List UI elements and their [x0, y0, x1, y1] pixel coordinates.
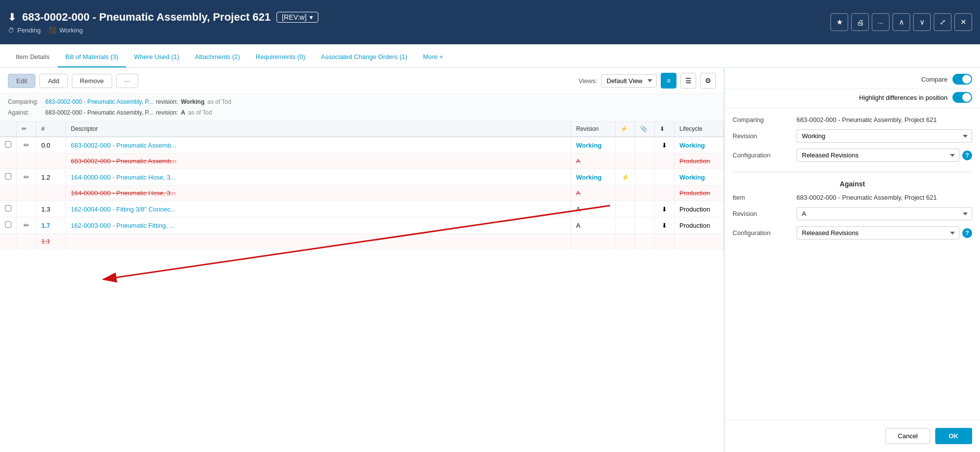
against-as-of: as of Tod	[188, 108, 212, 119]
tab-change-orders[interactable]: Associated Change Orders (1)	[313, 47, 415, 67]
status-working: ⬛ Working	[49, 27, 83, 34]
edit-icon[interactable]: ✏	[24, 221, 30, 229]
add-button[interactable]: Add	[39, 74, 67, 88]
row-icon3: ⬇	[655, 217, 674, 234]
row-checkbox[interactable]	[5, 205, 11, 211]
row-descriptor: 683-0002-000 - Pneumatic Assemb...	[66, 137, 571, 153]
table-row: ✏1.2164-0000-000 - Pneumatic Hose, 3...W…	[0, 169, 724, 185]
row-icon3	[655, 185, 674, 201]
tab-item-details[interactable]: Item Details	[8, 47, 58, 67]
row-revision: A	[571, 185, 615, 201]
against-config-label: Configuration	[733, 229, 792, 237]
tab-more[interactable]: More +	[415, 47, 451, 67]
col-checkbox	[0, 121, 17, 137]
row-num	[36, 185, 66, 201]
highlight-toggle[interactable]	[952, 92, 972, 103]
print-button[interactable]: 🖨	[851, 13, 869, 31]
star-button[interactable]: ★	[830, 13, 848, 31]
edit-icon[interactable]: ✏	[24, 173, 30, 181]
comparing-config-select[interactable]: Released Revisions Working Latest Releas…	[796, 149, 959, 162]
row-icon1	[615, 201, 635, 217]
comparing-item-value: 683-0002-000 - Pneumatic Assembly, Proje…	[796, 116, 972, 123]
main-content: Edit Add Remove ··· Views: Default View …	[0, 68, 980, 452]
comparing-config-info-icon[interactable]: ?	[962, 151, 972, 160]
row-lifecycle: Production	[674, 185, 724, 201]
close-button[interactable]: ✕	[954, 13, 972, 31]
table-row: 1.1	[0, 234, 724, 249]
against-config-row: Configuration Released Revisions Working…	[733, 226, 972, 240]
row-num: 1.3	[36, 201, 66, 217]
row-icon3	[655, 169, 674, 185]
row-checkbox[interactable]	[5, 221, 11, 228]
views-select[interactable]: Default View	[601, 74, 657, 88]
against-revision-label: revision:	[156, 108, 178, 119]
views-label: Views:	[579, 77, 597, 85]
comparing-link[interactable]: 683-0002-000 - Pneumatic Assembly, P...	[45, 97, 153, 108]
row-lifecycle: Working	[674, 169, 724, 185]
row-revision	[571, 234, 615, 249]
table-row: ✏1.7162-0003-000 - Pneumatic Fitting, ..…	[0, 217, 724, 234]
header: ⬇ 683-0002-000 - Pneumatic Assembly, Pro…	[0, 0, 980, 44]
toolbar-more-button[interactable]: ···	[116, 74, 138, 88]
compare-toggle-label: Compare	[921, 76, 948, 83]
against-config-select[interactable]: Released Revisions Working Latest Releas…	[796, 226, 959, 240]
row-icon3: ⬇	[655, 201, 674, 217]
comparing-config-wrap: Released Revisions Working Latest Releas…	[796, 149, 972, 162]
edit-button[interactable]: Edit	[8, 74, 35, 88]
comparing-revision-select[interactable]: Working A	[796, 129, 972, 143]
tab-bom[interactable]: Bill of Materials (3)	[58, 47, 126, 67]
bom-table-container: ✏ # Descriptor Revision ⚡ 📎 ⬇ Lifecycle …	[0, 121, 724, 452]
row-num: 0.0	[36, 137, 66, 153]
more-actions-button[interactable]: ···	[872, 13, 889, 31]
against-config-wrap: Released Revisions Working Latest Releas…	[796, 226, 972, 240]
against-config-info-icon[interactable]: ?	[962, 228, 972, 238]
col-icon1: ⚡	[615, 121, 635, 137]
against-label: Against:	[8, 108, 42, 119]
tab-where-used[interactable]: Where Used (1)	[126, 47, 187, 67]
expand-button[interactable]: ⤢	[934, 13, 951, 31]
ok-button[interactable]: OK	[935, 428, 973, 444]
row-revision: Working	[571, 169, 615, 185]
scroll-down-button[interactable]: ∨	[913, 13, 931, 31]
edit-icon[interactable]: ✏	[24, 141, 30, 149]
rev-chevron-icon: ▾	[309, 13, 313, 21]
against-revision-form-label: Revision	[733, 210, 792, 217]
against-section-title: Against	[733, 180, 972, 188]
row-icon1	[615, 137, 635, 153]
multi-line-view-button[interactable]: ☰	[680, 73, 696, 89]
bom-panel: Edit Add Remove ··· Views: Default View …	[0, 68, 724, 452]
compare-toggle[interactable]	[952, 74, 972, 85]
row-lifecycle: Working	[674, 137, 724, 153]
row-descriptor: 164-0000-000 - Pneumatic Hose, 3...	[66, 169, 571, 185]
compare-panel-header: Compare	[725, 68, 980, 89]
row-checkbox[interactable]	[5, 141, 11, 148]
row-descriptor	[66, 234, 571, 249]
row-icon2	[635, 234, 655, 249]
highlight-label: Highlight differences in position	[859, 94, 948, 101]
row-descriptor: 162-0004-000 - Fitting 3/8" Connec...	[66, 201, 571, 217]
row-descriptor: 164-0000-000 - Pneumatic Hose, 3...	[66, 185, 571, 201]
against-revision-select[interactable]: A Working	[796, 207, 972, 220]
tab-attachments[interactable]: Attachments (2)	[187, 47, 248, 67]
remove-button[interactable]: Remove	[72, 74, 112, 88]
scroll-up-button[interactable]: ∧	[892, 13, 910, 31]
compare-form: Comparing 683-0002-000 - Pneumatic Assem…	[725, 108, 980, 253]
tab-requirements[interactable]: Requirements (0)	[248, 47, 313, 67]
comparing-as-of: as of Tod	[207, 97, 231, 108]
settings-button[interactable]: ⚙	[700, 73, 716, 89]
comparing-item-row: Comparing 683-0002-000 - Pneumatic Assem…	[733, 116, 972, 123]
row-checkbox[interactable]	[5, 173, 11, 180]
cancel-button[interactable]: Cancel	[886, 428, 930, 444]
row-num: 1.1	[36, 234, 66, 249]
status-pending: ⏱ Pending	[8, 27, 41, 34]
rev-badge[interactable]: [REV:w] ▾	[276, 12, 318, 23]
single-line-view-button[interactable]: ≡	[661, 73, 676, 89]
header-title-row: ⬇ 683-0002-000 - Pneumatic Assembly, Pro…	[8, 11, 318, 24]
row-num: 1.7	[36, 217, 66, 234]
row-descriptor: 162-0003-000 - Pneumatic Fitting, ...	[66, 217, 571, 234]
against-revision: A	[181, 108, 185, 119]
row-descriptor: 683-0002-000 - Pneumatic Assemb...	[66, 153, 571, 169]
header-actions: ★ 🖨 ··· ∧ ∨ ⤢ ✕	[830, 13, 972, 31]
row-lifecycle: Production	[674, 153, 724, 169]
against-revision-row: Revision A Working	[733, 207, 972, 220]
